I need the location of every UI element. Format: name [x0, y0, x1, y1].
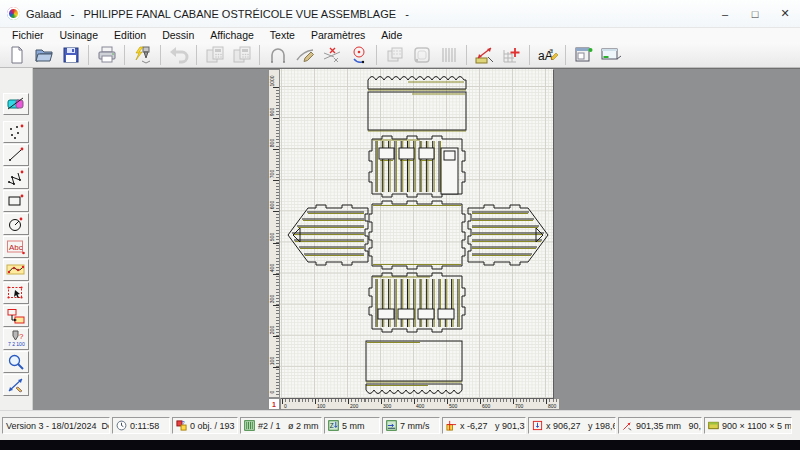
maximize-button[interactable]: □	[740, 0, 770, 27]
h-ruler-tick	[513, 399, 514, 404]
duplicate-block-button[interactable]	[381, 43, 408, 67]
floor-panel[interactable]	[369, 201, 465, 269]
menu-item-affichage[interactable]: Affichage	[202, 28, 262, 42]
zoom-tool-button[interactable]	[3, 351, 29, 373]
svg-text:?: ?	[19, 332, 24, 341]
hatch-fill-button[interactable]	[435, 43, 462, 67]
front-window-1	[379, 148, 394, 159]
toolbar-separator	[259, 45, 260, 65]
menubar: FichierUsinageEditionDessinAffichageText…	[0, 28, 800, 42]
open-file-button[interactable]	[30, 43, 57, 67]
v-ruler-label: 1000	[269, 71, 275, 91]
page-tab[interactable]: 1	[268, 398, 280, 410]
h-ruler-label: 600	[482, 403, 490, 409]
h-ruler-label: 200	[350, 403, 358, 409]
screen-view-button[interactable]	[597, 43, 624, 67]
polyline-tool-button[interactable]	[3, 167, 29, 189]
menu-item-aide[interactable]: Aide	[373, 28, 410, 42]
undo-button[interactable]	[165, 43, 192, 67]
menu-item-texte[interactable]: Texte	[262, 28, 303, 42]
copy-milling-1-button[interactable]	[201, 43, 228, 67]
print-button[interactable]	[93, 43, 120, 67]
select-zone-tool-button[interactable]	[3, 282, 29, 304]
drawing-page[interactable]	[280, 69, 553, 398]
minimize-button[interactable]: –	[710, 0, 740, 27]
h-ruler-label: 100	[317, 403, 325, 409]
v-ruler-label: 500	[269, 227, 275, 247]
menu-item-dessin[interactable]: Dessin	[154, 28, 202, 42]
menu-item-usinage[interactable]: Usinage	[52, 28, 107, 42]
menu-item-fichier[interactable]: Fichier	[4, 28, 52, 42]
titlebar[interactable]: Galaad - PHILIPPE FANAL CABANE OSTRÉICOL…	[0, 0, 800, 28]
roof-panel[interactable]	[368, 92, 466, 130]
mill-params-tool-button[interactable]: ?7 2 100	[3, 328, 29, 350]
surface-tool-button[interactable]	[3, 93, 29, 115]
point-tool-button[interactable]	[3, 121, 29, 143]
back-vent-3	[418, 309, 434, 319]
status-speed[interactable]: 7 mm/s	[382, 417, 440, 434]
status-depth[interactable]: Z5 mm	[324, 417, 380, 434]
h-ruler-tick	[480, 399, 481, 404]
grid-position-button[interactable]	[498, 43, 525, 67]
toolpath-accents	[293, 82, 543, 386]
close-button[interactable]: ✕	[770, 0, 800, 27]
order-tool-button[interactable]	[3, 305, 29, 327]
v-ruler-label: 300	[269, 289, 275, 309]
h-ruler-tick	[381, 399, 382, 404]
depth-icon: Z	[328, 420, 339, 431]
join-curves-button[interactable]	[291, 43, 318, 67]
roof-edge-strip[interactable]	[368, 77, 466, 90]
save-file-button[interactable]	[57, 43, 84, 67]
statusbar: Version 3 - 18/01/2024 Demo0:11:58?0 obj…	[0, 410, 800, 440]
speed-icon	[386, 420, 397, 431]
circle-tool-button[interactable]	[3, 213, 29, 235]
status-distance-text: 901,35 mm 90,4°	[636, 421, 702, 431]
copy-milling-2-button[interactable]	[228, 43, 255, 67]
status-cursor-text: x 906,27 y 198,67	[546, 421, 616, 431]
arch-shape-button[interactable]	[264, 43, 291, 67]
status-cursor: x 906,27 y 198,67	[528, 417, 616, 434]
machine-mill-button[interactable]	[129, 43, 156, 67]
app-logo-icon	[7, 7, 20, 20]
contour-offset-button[interactable]	[408, 43, 435, 67]
front-window-3	[419, 148, 434, 159]
horizontal-ruler: 0100200300400500600700800	[280, 398, 560, 410]
menu-item-paramètres[interactable]: Paramètres	[303, 28, 373, 42]
h-ruler-tick	[282, 399, 283, 404]
v-ruler-label: 100	[269, 351, 275, 371]
v-ruler-label: 600	[269, 195, 275, 215]
text-tool-button[interactable]: Abc	[3, 236, 29, 258]
back-vent-1	[378, 309, 394, 319]
toolbar-separator	[88, 45, 89, 65]
status-tool-text: #2 / 1 ø 2 mm	[258, 421, 319, 431]
new-file-button[interactable]	[3, 43, 30, 67]
back-vent-2	[398, 309, 414, 319]
status-material[interactable]: 900 × 1100 × 5 mm	[704, 417, 792, 434]
status-depth-text: 5 mm	[342, 421, 365, 431]
v-ruler-label: 200	[269, 320, 275, 340]
status-tool[interactable]: #2 / 1 ø 2 mm	[240, 417, 322, 434]
assembly-drawing[interactable]	[280, 69, 553, 398]
left-gable-slats	[292, 212, 364, 254]
right-gable-slats	[472, 212, 544, 254]
text-format-button[interactable]: aAa	[534, 43, 561, 67]
center-point-button[interactable]	[345, 43, 372, 67]
vertical-ruler: 01002003004005006007008009001000	[268, 69, 280, 398]
cut-break-button[interactable]	[318, 43, 345, 67]
svg-text:Z: Z	[330, 422, 334, 429]
base-panel[interactable]	[366, 341, 462, 381]
window-layout-button[interactable]	[570, 43, 597, 67]
line-tool-button[interactable]	[3, 144, 29, 166]
drawing-canvas[interactable]: 01002003004005006007008009001000 0100200…	[33, 68, 800, 410]
toolbar-separator	[529, 45, 530, 65]
measure-tool-button[interactable]	[3, 374, 29, 396]
material-icon	[708, 420, 719, 431]
measure-ruler-button[interactable]	[471, 43, 498, 67]
curve-points-tool-button[interactable]	[3, 259, 29, 281]
svg-text:Abc: Abc	[9, 243, 23, 252]
status-position: x -6,27 y 901,33	[442, 417, 526, 434]
status-material-text: 900 × 1100 × 5 mm	[722, 421, 792, 431]
h-ruler-tick	[447, 399, 448, 404]
menu-item-edition[interactable]: Edition	[106, 28, 154, 42]
rectangle-tool-button[interactable]	[3, 190, 29, 212]
